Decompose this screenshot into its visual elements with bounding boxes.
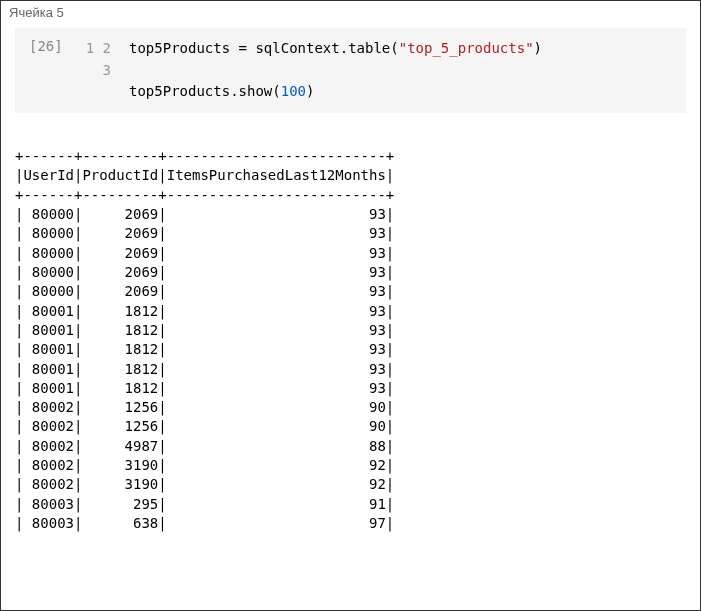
code-cell[interactable]: [26] 1 2 3 top5Products = sqlContext.tab… <box>15 28 686 113</box>
line-gutter: 1 2 3 <box>85 38 129 103</box>
cell-output: +------+---------+----------------------… <box>1 113 700 533</box>
code-content[interactable]: top5Products = sqlContext.table("top_5_p… <box>129 38 542 103</box>
execution-count: [26] <box>15 38 85 103</box>
cell-label: Ячейка 5 <box>1 1 700 28</box>
